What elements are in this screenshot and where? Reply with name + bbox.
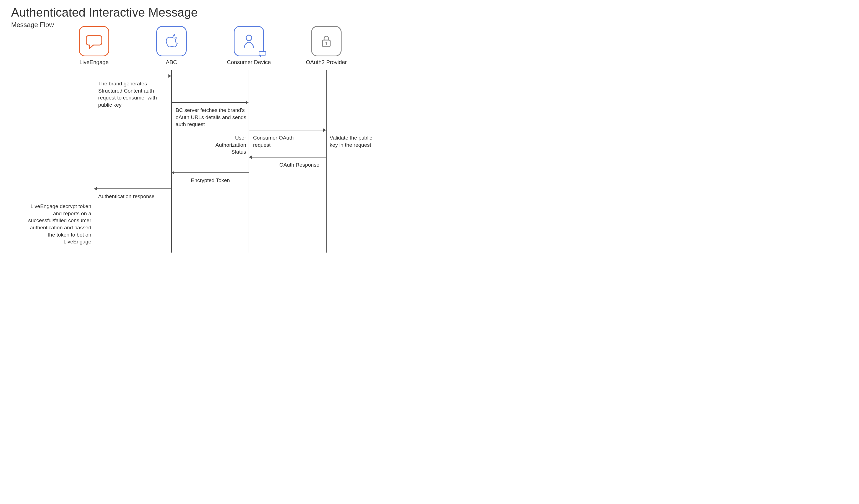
- person-icon: [234, 26, 264, 57]
- participant-abc: ABC: [147, 26, 196, 65]
- arrow-oauth-response: [249, 157, 326, 157]
- participant-label: Consumer Device: [224, 59, 274, 65]
- msg-brand-auth-request: The brand generates Structured Content a…: [98, 80, 170, 109]
- lifeline-consumer: [248, 70, 249, 253]
- arrow-auth-response: [94, 188, 171, 189]
- msg-decrypt-note: LiveEngage decrypt token and reports on …: [22, 203, 91, 246]
- apple-icon: [156, 26, 187, 57]
- small-chat-icon: [259, 50, 266, 57]
- page-title: Authenticated Interactive Message: [11, 5, 848, 19]
- arrow-brand-auth-request: [94, 76, 171, 76]
- participant-liveengage: LiveEngage: [69, 26, 119, 65]
- msg-bc-fetch: BC server fetches the brand's oAuth URLs…: [176, 107, 250, 128]
- participant-oauth: OAuth2 Provider: [301, 26, 351, 65]
- participant-label: ABC: [147, 59, 196, 65]
- participant-consumer: Consumer Device: [224, 26, 274, 65]
- msg-consumer-oauth: Consumer OAuth request: [253, 134, 303, 148]
- msg-validate-key: Validate the public key in the request: [330, 134, 374, 148]
- participant-label: OAuth2 Provider: [301, 59, 351, 65]
- chat-bubble-icon: [79, 26, 109, 57]
- arrow-consumer-oauth: [249, 130, 326, 130]
- lifeline-liveengage: [94, 70, 94, 253]
- arrow-encrypted-token: [172, 172, 248, 173]
- arrow-bc-fetch: [171, 102, 248, 103]
- lock-icon: [311, 26, 342, 57]
- msg-auth-response: Authentication response: [98, 193, 155, 200]
- msg-oauth-response: OAuth Response: [279, 161, 319, 169]
- svg-point-0: [246, 35, 252, 41]
- lifeline-oauth: [326, 70, 327, 253]
- msg-encrypted-token: Encrypted Token: [191, 177, 230, 184]
- msg-user-auth-status: User Authorization Status: [207, 134, 246, 156]
- svg-rect-3: [326, 43, 327, 45]
- lifeline-abc: [171, 70, 172, 253]
- participant-label: LiveEngage: [69, 59, 119, 65]
- sequence-diagram: LiveEngage ABC Consumer Device: [11, 26, 398, 253]
